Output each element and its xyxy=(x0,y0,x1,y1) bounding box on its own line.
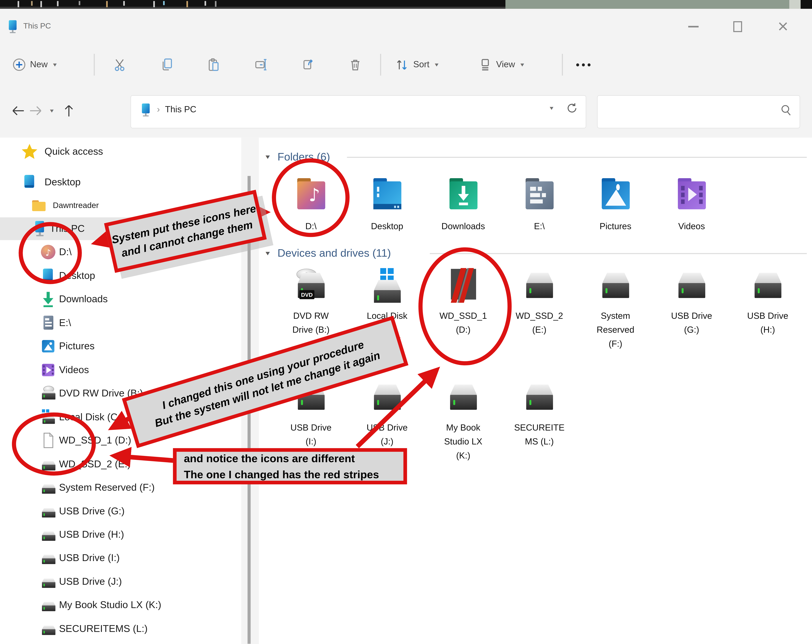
tile-label: (H:) xyxy=(747,323,788,337)
new-label: New xyxy=(30,59,47,70)
tile-local-disk-c[interactable]: Local Disk(C:) xyxy=(349,268,425,351)
sidebar-item-wd-ssd-2-e[interactable]: WD_SSD_2 (E:) xyxy=(0,453,240,476)
sort-button[interactable]: Sort ▼ xyxy=(395,50,440,80)
sidebar-item-downloads[interactable]: Downloads xyxy=(0,288,240,311)
minimize-button[interactable] xyxy=(682,16,705,37)
breadcrumb-location[interactable]: This PC xyxy=(165,105,196,115)
address-dropdown-icon[interactable]: ▼ xyxy=(548,105,555,111)
doc-icon xyxy=(40,314,57,332)
maximize-button[interactable] xyxy=(725,16,749,37)
sidebar-item-dvd-rw-drive-b[interactable]: DVD RW Drive (B:) xyxy=(0,382,240,405)
sidebar-item-label: This PC xyxy=(50,223,85,234)
sidebar-item-videos[interactable]: Videos xyxy=(0,359,240,382)
drives-icon xyxy=(40,502,57,520)
sidebar-item-usb-drive-g[interactable]: USB Drive (G:) xyxy=(0,500,240,523)
tile-wd-ssd-2-e[interactable]: WD_SSD_2(E:) xyxy=(501,268,577,351)
window-title: This PC xyxy=(23,21,51,30)
tile-label: USB Drive xyxy=(290,421,331,435)
tile-label: System xyxy=(597,309,634,323)
tile-label: WD_SSD_1 xyxy=(440,309,487,323)
close-button[interactable] xyxy=(771,16,795,37)
f-down-icon xyxy=(446,176,481,213)
sidebar-item-my-book-studio-lx-k[interactable]: My Book Studio LX (K:) xyxy=(0,594,240,617)
tile-system-reserved-f[interactable]: SystemReserved(F:) xyxy=(577,268,653,351)
tile-e[interactable]: E:\ xyxy=(501,176,577,233)
tile-label: SECUREITE xyxy=(514,421,565,435)
this-pc-icon xyxy=(140,103,152,116)
sidebar-item-secureitems-l[interactable]: SECUREITEMS (L:) xyxy=(0,617,240,640)
drive-icon xyxy=(521,380,557,417)
tile-usb-drive-i[interactable]: USB Drive(I:) xyxy=(273,380,349,463)
sidebar-item-usb-drive-j[interactable]: USB Drive (J:) xyxy=(0,570,240,593)
sidebar-item-usb-drive-i[interactable]: USB Drive (I:) xyxy=(0,547,240,569)
scrollbar-thumb[interactable] xyxy=(247,176,251,644)
f-music-icon: ♪ xyxy=(293,176,329,213)
tile-label: Studio LX xyxy=(444,435,482,449)
address-bar[interactable]: › This PC ▼ xyxy=(131,95,586,128)
tile-usb-drive-j[interactable]: USB Drive(J:) xyxy=(349,380,425,463)
recent-locations-button[interactable]: ▼ xyxy=(46,100,58,121)
sidebar-item-label: Downloads xyxy=(59,294,108,305)
tile-secureite-ms-l[interactable]: SECUREITEMS (L:) xyxy=(501,380,577,463)
tile-d[interactable]: ♪D:\ xyxy=(273,176,349,233)
sidebar-item-quick-access[interactable]: Quick access xyxy=(0,140,240,163)
svg-text:DVD: DVD xyxy=(301,292,312,298)
tile-my-book-studio-lx-k[interactable]: My BookStudio LX(K:) xyxy=(425,380,501,463)
sidebar-item-label: WD_SSD_1 (D:) xyxy=(59,435,131,446)
drive-icon xyxy=(445,380,481,417)
sidebar-item-local-disk-c[interactable]: Local Disk (C:) xyxy=(0,406,240,429)
group-header-devices-and-drives-11[interactable]: ▼Devices and drives (11) xyxy=(264,245,391,261)
star-icon xyxy=(21,143,38,160)
sidebar-item-this-pc[interactable]: This PC xyxy=(0,218,240,240)
sidebar-item-pictures[interactable]: Pictures xyxy=(0,335,240,358)
view-button[interactable]: View ▼ xyxy=(479,50,525,80)
sidebar-item-e[interactable]: E:\ xyxy=(0,312,240,334)
items-view: ▼Folders (6)♪D:\DesktopDownloadsE:\Pictu… xyxy=(259,138,812,644)
sidebar-item-system-reserved-f[interactable]: System Reserved (F:) xyxy=(0,476,240,499)
sidebar-item-label: USB Drive (H:) xyxy=(59,529,124,540)
drive-icon xyxy=(597,268,634,305)
scrollbar[interactable] xyxy=(241,138,259,644)
paste-button[interactable] xyxy=(207,50,221,80)
new-button[interactable]: New ▼ xyxy=(12,50,58,80)
sidebar-item-desktop[interactable]: Desktop xyxy=(0,171,240,193)
sidebar-item-d[interactable]: ♪D:\ xyxy=(0,241,240,263)
tile-label: DVD RW xyxy=(292,309,330,323)
tile-pictures[interactable]: Pictures xyxy=(577,176,653,233)
sort-arrows-icon xyxy=(395,58,409,72)
sidebar-item-wd-ssd-1-d[interactable]: WD_SSD_1 (D:) xyxy=(0,429,240,452)
rename-icon xyxy=(254,58,268,72)
tile-usb-drive-g[interactable]: USB Drive(G:) xyxy=(653,268,730,351)
sidebar-item-label: My Book Studio LX (K:) xyxy=(59,599,161,611)
up-button[interactable] xyxy=(60,100,78,121)
pc-icon xyxy=(31,220,49,238)
tile-usb-drive-h[interactable]: USB Drive(H:) xyxy=(730,268,806,351)
tile-downloads[interactable]: Downloads xyxy=(425,176,501,233)
tile-desktop[interactable]: Desktop xyxy=(349,176,425,233)
sidebar-item-label: Local Disk (C:) xyxy=(59,411,124,423)
drives-icon xyxy=(40,573,57,590)
chevron-down-icon: ▼ xyxy=(519,62,525,68)
sidebar-item-label: Quick access xyxy=(44,146,103,157)
forward-button[interactable] xyxy=(27,100,44,121)
back-button[interactable] xyxy=(9,100,27,121)
rename-button[interactable] xyxy=(254,50,268,80)
chevron-down-icon: ▼ xyxy=(264,250,271,256)
tile-label: (K:) xyxy=(444,449,482,463)
drive-icon xyxy=(293,380,329,417)
more-options-button[interactable]: ••• xyxy=(576,50,593,80)
copy-button[interactable] xyxy=(160,50,174,80)
cut-button[interactable] xyxy=(113,50,126,80)
f-vid-icon xyxy=(674,176,709,213)
tile-dvd-rw-drive-b[interactable]: DVDDVD RWDrive (B:) xyxy=(273,268,349,351)
sidebar-item-dawntreader[interactable]: Dawntreader xyxy=(0,194,240,217)
sidebar-item-desktop[interactable]: Desktop xyxy=(0,265,240,287)
delete-button[interactable] xyxy=(348,50,362,80)
sidebar-item-usb-drive-h[interactable]: USB Drive (H:) xyxy=(0,523,240,546)
tile-videos[interactable]: Videos xyxy=(653,176,730,233)
group-header-folders-6[interactable]: ▼Folders (6) xyxy=(264,149,330,164)
search-input[interactable] xyxy=(597,95,800,128)
refresh-icon[interactable] xyxy=(566,102,578,114)
share-button[interactable] xyxy=(302,50,315,80)
tile-wd-ssd-1-d[interactable]: WD_SSD_1(D:) xyxy=(425,268,501,351)
